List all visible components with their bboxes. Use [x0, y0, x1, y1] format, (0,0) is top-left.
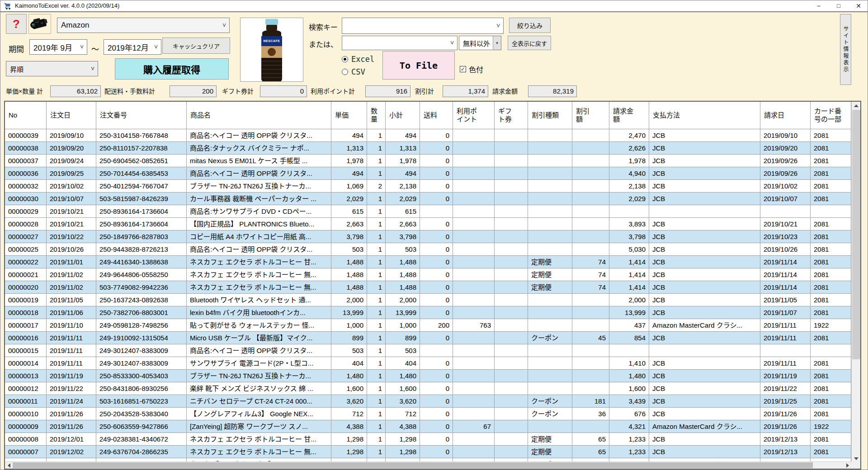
table-cell: クーポン — [528, 395, 572, 407]
search-key2-input[interactable]: ˅ — [342, 36, 458, 50]
column-header[interactable]: 請求日 — [760, 102, 811, 129]
table-cell — [495, 218, 528, 230]
search-key-input[interactable]: ˅ — [342, 18, 504, 34]
table-row[interactable]: 000000252019/10/26250-9443828-8726213商品名… — [5, 243, 851, 256]
total-unit-qty-value: 63,102 — [50, 85, 101, 97]
table-row[interactable]: 000000362019/09/25250-7014454-6385453商品名… — [5, 167, 851, 180]
table-row[interactable]: 000000152019/11/11249-3012407-8383009商品名… — [5, 344, 851, 357]
table-row[interactable]: 000000322019/10/02250-4012594-7667047ブラザ… — [5, 180, 851, 193]
column-header[interactable]: 請求金 額 — [609, 102, 649, 129]
table-row[interactable]: 000000092019/11/26250-6063559-9427866[Za… — [5, 420, 851, 433]
table-row[interactable]: 000000102019/11/26250-2043528-5383040【ノン… — [5, 408, 851, 420]
column-header[interactable]: ギフ ト券 — [495, 102, 528, 129]
table-row[interactable]: 000000172019/11/10249-0598128-7498256貼って… — [5, 319, 851, 332]
period-to-select[interactable]: 2019年12月 ˅ — [104, 39, 161, 55]
filter-button[interactable]: 絞り込み — [509, 18, 551, 33]
table-cell: 1,600 — [386, 382, 420, 395]
table-row[interactable]: 000000292019/10/21250-8936164-1736604商品名… — [5, 205, 851, 218]
table-cell: 2081 — [811, 332, 851, 344]
column-header[interactable]: 割引 額 — [572, 102, 609, 129]
table-cell — [572, 357, 609, 369]
table-cell — [572, 129, 609, 141]
column-header[interactable]: 割引種類 — [528, 102, 572, 129]
table-cell: 0 — [420, 193, 453, 205]
table-row[interactable]: 000000112019/11/24503-1616851-6750223ニチバ… — [5, 395, 851, 408]
reset-view-button[interactable]: 全表示に戻す — [508, 36, 551, 50]
vertical-scrollbar[interactable] — [851, 102, 860, 462]
table-cell — [572, 205, 609, 217]
minimize-button[interactable]: – — [809, 0, 829, 11]
table-cell: クーポン — [528, 332, 572, 344]
close-button[interactable]: ✕ — [849, 0, 868, 11]
scrollbar-corner — [851, 461, 860, 469]
column-header[interactable]: 注文日 — [47, 102, 96, 129]
column-header[interactable]: 送料 — [420, 102, 453, 129]
horizontal-scrollbar[interactable] — [5, 461, 851, 469]
table-row[interactable]: 000000142019/11/11249-3012407-8383009サンワ… — [5, 357, 851, 370]
cache-clear-button[interactable]: キャッシュクリア — [162, 38, 230, 54]
to-file-button[interactable]: To File — [382, 51, 455, 80]
table-cell: 250-3104158-7667848 — [96, 129, 187, 141]
table-cell: lexin b4fm バイク用 bluetoothインカ... — [187, 306, 331, 319]
table-cell: 0 — [420, 180, 453, 192]
table-cell: 676 — [609, 408, 649, 420]
table-row[interactable]: 000000072019/12/02249-6376704-2866235ネスカ… — [5, 446, 851, 458]
table-row[interactable]: 000000192019/11/05250-1637243-0892638Blu… — [5, 294, 851, 306]
scroll-right-icon[interactable] — [844, 462, 851, 469]
table-row[interactable]: 000000132019/11/19250-8533300-4053403ブラザ… — [5, 370, 851, 382]
maximize-button[interactable]: □ — [829, 0, 849, 11]
table-row[interactable]: 000000182019/11/06250-7382706-8803001lex… — [5, 306, 851, 319]
site-select[interactable]: Amazon ˅ — [57, 18, 230, 33]
table-row[interactable]: 000000382019/09/20250-8110157-2207838商品名… — [5, 142, 851, 155]
dropdown-arrow-icon[interactable]: ▾ — [493, 36, 501, 50]
table-row[interactable]: 000000082019/12/01249-0238381-4340672ネスカ… — [5, 433, 851, 446]
radio-excel[interactable]: Excel — [342, 55, 374, 64]
scroll-left-icon[interactable] — [5, 462, 13, 469]
column-header[interactable]: No — [5, 102, 47, 129]
column-header[interactable]: 支払方法 — [649, 102, 760, 129]
table-cell: 250-1849766-8287803 — [96, 230, 187, 243]
table-cell — [495, 446, 528, 458]
table-cell: 249-0238381-4340672 — [96, 433, 187, 445]
table-row[interactable]: 000000282019/10/21250-8936164-1736604【国内… — [5, 218, 851, 230]
column-header[interactable]: 単価 — [331, 102, 367, 129]
table-row[interactable]: 000000202019/11/02503-7749082-9942236ネスカ… — [5, 281, 851, 294]
table-row[interactable]: 000000212019/11/02249-9644806-0558250ネスカ… — [5, 268, 851, 281]
help-button[interactable]: ? — [6, 14, 27, 34]
table-cell: 2019/11/24 — [47, 395, 96, 407]
table-cell: 定期便 — [528, 281, 572, 293]
table-row[interactable]: 000000272019/10/22250-1849766-8287803コピー… — [5, 230, 851, 243]
table-cell: 2019/11/05 — [760, 294, 811, 306]
table-cell: 2019/12/13 — [760, 446, 811, 458]
color-checkbox-label: 色付 — [469, 64, 483, 75]
column-header[interactable]: 小計 — [386, 102, 420, 129]
column-header[interactable]: 数 量 — [367, 102, 386, 129]
period-from-select[interactable]: 2019年 9月 ˅ — [29, 39, 87, 55]
fetch-history-button[interactable]: 購入履歴取得 — [115, 58, 229, 80]
scroll-up-icon[interactable] — [852, 102, 861, 109]
vertical-scroll-thumb[interactable] — [852, 110, 860, 359]
table-row[interactable]: 000000222019/11/01249-4416340-1388638ネスカ… — [5, 256, 851, 268]
table-cell: 503-1616851-6750223 — [96, 395, 187, 407]
table-cell: 1,410 — [609, 357, 649, 369]
table-row[interactable]: 000000162019/11/11249-1910092-1315054Mic… — [5, 332, 851, 344]
site-info-button[interactable]: サイト情報表示 — [840, 14, 851, 85]
column-header[interactable]: 利用ポ イント — [453, 102, 495, 129]
table-cell: 1 — [367, 344, 386, 357]
color-checkbox[interactable]: ✓ 色付 — [460, 64, 483, 75]
table-row[interactable]: 000000372019/09/24250-6904562-0852651mit… — [5, 155, 851, 167]
horizontal-scroll-thumb[interactable] — [13, 462, 813, 468]
table-cell: 2019/11/11 — [760, 332, 811, 344]
table-cell: JCB — [649, 243, 760, 255]
table-row[interactable]: 000000392019/09/10250-3104158-7667848商品名… — [5, 129, 851, 142]
camera-button[interactable] — [28, 14, 51, 34]
table-cell: 2019/11/19 — [47, 370, 96, 382]
free-filter-select[interactable]: 無料以外 ▾ — [459, 36, 501, 50]
column-header[interactable]: カード番 号の一部 — [811, 102, 851, 129]
column-header[interactable]: 商品名 — [187, 102, 331, 129]
table-row[interactable]: 000000122019/11/22250-8431806-8930256楽絆 … — [5, 382, 851, 395]
table-row[interactable]: 000000302019/10/07503-5815987-8426239カール… — [5, 193, 851, 205]
radio-csv[interactable]: CSV — [342, 67, 365, 76]
column-header[interactable]: 注文番号 — [96, 102, 187, 129]
sort-order-select[interactable]: 昇順 ˅ — [6, 61, 98, 76]
